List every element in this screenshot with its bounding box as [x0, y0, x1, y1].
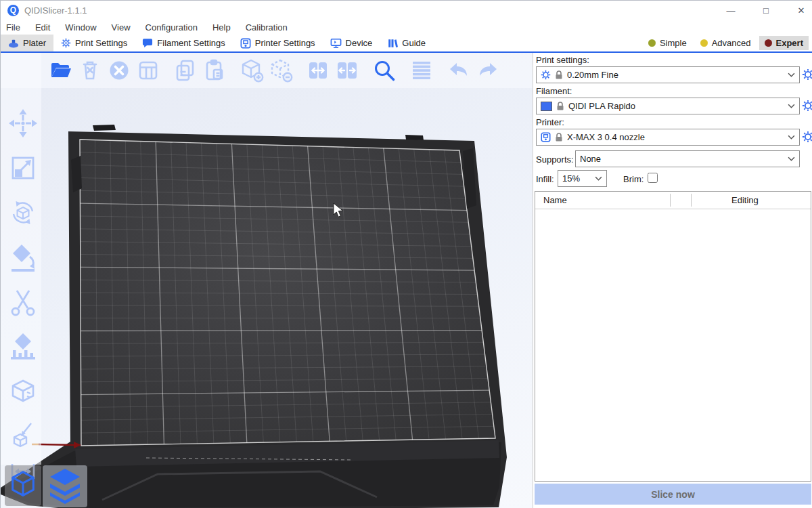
maximize-button[interactable]: □	[754, 1, 777, 20]
supports-label: Supports:	[536, 154, 574, 165]
split-parts-icon[interactable]	[335, 58, 359, 83]
gear-icon	[61, 38, 71, 48]
copy-icon[interactable]	[173, 58, 198, 83]
delete-all-icon[interactable]	[107, 58, 131, 83]
minimize-button[interactable]: —	[719, 1, 742, 20]
open-folder-icon[interactable]	[49, 58, 73, 83]
mmu-painting-icon[interactable]	[11, 421, 35, 448]
printer-label: Printer:	[536, 117, 564, 127]
printer-value: X-MAX 3 0.4 nozzle	[567, 132, 784, 142]
mode-expert-label: Expert	[776, 38, 803, 48]
column-divider	[691, 194, 692, 207]
paste-icon[interactable]	[202, 58, 227, 83]
filament-gear-button[interactable]	[802, 100, 812, 112]
title-bar: Q QIDISlicer-1.1.1 — □ ✕	[1, 1, 812, 20]
tab-guide[interactable]: Guide	[380, 35, 433, 51]
qidislicer-window: Q QIDISlicer-1.1.1 — □ ✕ File Edit Windo…	[0, 0, 812, 508]
preview-layers-icon	[46, 467, 84, 506]
menu-bar: File Edit Window View Configuration Help…	[1, 20, 812, 35]
printer-icon	[240, 38, 251, 49]
chevron-down-icon	[788, 104, 795, 108]
menu-edit[interactable]: Edit	[35, 22, 50, 33]
undo-icon[interactable]	[447, 58, 471, 83]
mode-advanced-label: Advanced	[712, 38, 751, 48]
delete-icon[interactable]	[78, 58, 102, 83]
viewport-3d[interactable]	[1, 53, 533, 508]
infill-label: Infill:	[536, 174, 554, 184]
print-bed-scene	[1, 53, 533, 508]
filament-icon	[142, 38, 153, 48]
tab-print-settings[interactable]: Print Settings	[53, 35, 135, 51]
printer-gear-button[interactable]	[802, 131, 812, 143]
print-settings-label: Print settings:	[536, 55, 589, 65]
app-logo-icon: Q	[7, 5, 19, 16]
main-toolbar	[44, 58, 500, 83]
window-title: QIDISlicer-1.1.1	[24, 5, 87, 16]
tab-plater[interactable]: Plater	[1, 35, 53, 51]
tab-bar: Plater Print Settings Filament Settings …	[1, 35, 812, 53]
filament-dropdown[interactable]: QIDI PLA Rapido	[536, 98, 800, 114]
brim-checkbox[interactable]	[648, 173, 658, 183]
paint-supports-icon[interactable]	[7, 331, 39, 362]
tab-device-label: Device	[346, 38, 373, 48]
redo-icon[interactable]	[476, 58, 500, 83]
mode-simple[interactable]: Simple	[643, 36, 692, 50]
scale-icon[interactable]	[7, 152, 39, 184]
editor-3d-view-icon	[8, 469, 38, 502]
menu-view[interactable]: View	[112, 22, 131, 33]
supports-dropdown[interactable]: None	[575, 150, 800, 167]
object-list[interactable]: Name Editing	[535, 191, 811, 482]
rotate-icon[interactable]	[7, 197, 39, 228]
bed-clip-left	[93, 125, 116, 131]
lock-icon	[555, 133, 563, 142]
tab-printer-settings-label: Printer Settings	[255, 38, 315, 48]
menu-help[interactable]: Help	[212, 22, 231, 33]
gizmo-toolbar	[7, 108, 39, 495]
lock-icon	[556, 102, 564, 111]
tab-printer-settings[interactable]: Printer Settings	[233, 35, 323, 51]
menu-file[interactable]: File	[6, 22, 20, 33]
mode-advanced[interactable]: Advanced	[695, 36, 757, 50]
infill-dropdown[interactable]: 15%	[558, 170, 607, 187]
place-on-face-icon[interactable]	[7, 242, 39, 273]
menu-window[interactable]: Window	[65, 22, 96, 33]
gear-icon	[541, 70, 551, 80]
tab-device[interactable]: Device	[323, 35, 380, 51]
column-name: Name	[543, 195, 567, 205]
chevron-down-icon	[595, 176, 602, 181]
column-divider	[670, 194, 671, 207]
variable-layer-height-icon[interactable]	[409, 58, 434, 83]
chevron-down-icon	[788, 156, 795, 161]
preview-layers-button[interactable]	[43, 465, 87, 507]
print-settings-dropdown[interactable]: 0.20mm Fine	[536, 66, 800, 83]
printer-dropdown[interactable]: X-MAX 3 0.4 nozzle	[536, 129, 800, 146]
add-instance-icon[interactable]	[240, 58, 264, 83]
printer-icon	[541, 132, 551, 142]
tab-filament-settings-label: Filament Settings	[157, 38, 225, 48]
arrange-icon[interactable]	[136, 58, 160, 83]
tab-plater-label: Plater	[23, 38, 46, 48]
column-editing: Editing	[731, 195, 759, 205]
cut-icon[interactable]	[7, 287, 39, 318]
lock-icon	[555, 70, 563, 80]
tab-guide-label: Guide	[402, 38, 426, 48]
supports-value: None	[580, 154, 784, 164]
move-icon[interactable]	[7, 108, 39, 139]
plater-icon	[8, 38, 19, 49]
tab-filament-settings[interactable]: Filament Settings	[135, 35, 232, 51]
print-settings-gear-button[interactable]	[802, 68, 812, 81]
menu-configuration[interactable]: Configuration	[145, 22, 198, 33]
search-icon[interactable]	[372, 58, 397, 83]
split-objects-icon[interactable]	[306, 58, 330, 83]
slice-now-button[interactable]: Slice now	[535, 484, 811, 505]
close-button[interactable]: ✕	[790, 1, 812, 20]
simple-dot-icon	[648, 39, 656, 47]
editor-3d-view-button[interactable]	[5, 465, 41, 506]
mode-expert[interactable]: Expert	[759, 36, 809, 50]
chevron-down-icon	[788, 135, 795, 140]
tab-print-settings-label: Print Settings	[75, 38, 127, 48]
remove-instance-icon[interactable]	[269, 58, 293, 83]
object-list-header: Name Editing	[535, 192, 811, 209]
seam-painting-icon[interactable]	[7, 376, 39, 407]
menu-calibration[interactable]: Calibration	[246, 22, 288, 33]
